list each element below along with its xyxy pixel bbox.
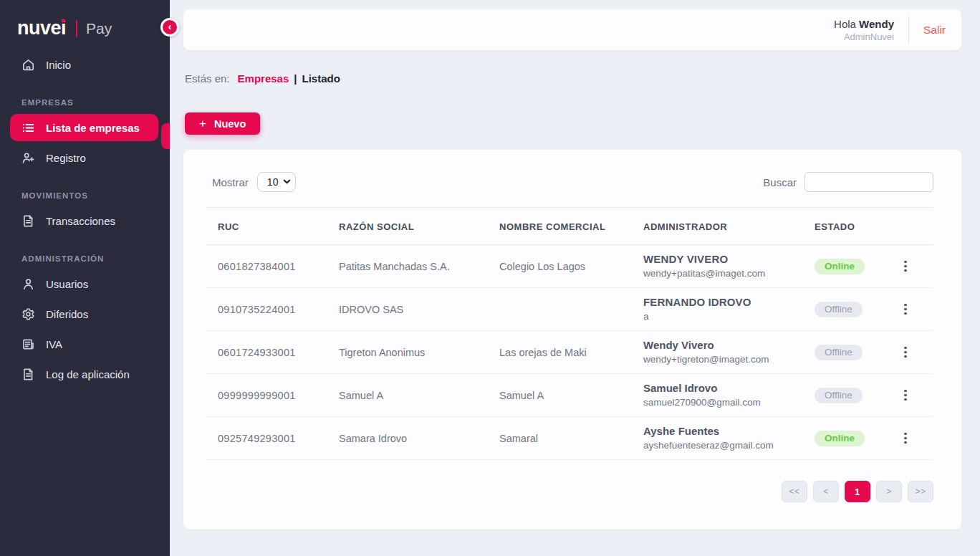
page-size-select[interactable]: 10 <box>257 172 296 192</box>
header-divider <box>908 16 909 44</box>
cell-actions <box>888 245 933 288</box>
brand-name-text: nuvei <box>17 17 66 39</box>
show-label: Mostrar <box>212 176 249 188</box>
admin-email: wendy+patitas@imaget.com <box>643 267 803 280</box>
search-input[interactable] <box>804 172 933 192</box>
cell-estado: Offline <box>803 331 888 374</box>
column-header: ADMINISTRADOR <box>632 208 803 245</box>
cell-administrador: Samuel Idrovosamuel270900@gmail.com <box>632 374 803 417</box>
kebab-menu-icon[interactable] <box>899 301 912 318</box>
table-row: 0999999999001Samuel ASamuel ASamuel Idro… <box>206 374 933 417</box>
search-control: Buscar <box>763 172 933 192</box>
gear-icon <box>21 307 35 321</box>
column-header: RUC <box>206 208 327 245</box>
new-button-label: Nuevo <box>214 118 246 130</box>
chevron-left-icon: ‹ <box>168 21 172 32</box>
list-icon <box>21 121 35 135</box>
cell-administrador: FERNANDO IDROVOa <box>632 288 803 331</box>
kebab-menu-icon[interactable] <box>899 387 912 404</box>
cell-administrador: Wendy Viverowendy+tigreton@imaget.com <box>632 331 803 374</box>
next-page-button[interactable]: > <box>876 481 902 502</box>
status-badge: Offline <box>815 302 863 317</box>
last-page-button[interactable]: >> <box>908 481 933 502</box>
table-controls: Mostrar 10 Buscar <box>206 172 933 192</box>
main-content: Hola Wendy AdminNuvei Salir Estás en: Em… <box>170 0 980 556</box>
table-header-row: RUCRAZÓN SOCIALNOMBRE COMERCIALADMINISTR… <box>206 208 933 245</box>
sidebar-item-diferidos[interactable]: Diferidos <box>10 300 158 327</box>
person-icon <box>21 277 35 291</box>
cell-razon-social: Tigreton Anonimus <box>327 331 488 374</box>
active-item-edge-indicator <box>161 123 170 149</box>
table-row: 0925749293001Samara IdrovoSamaralAyshe F… <box>206 417 933 460</box>
sidebar: nuvei Pay ‹ InicioEMPRESASLista de empre… <box>0 0 170 556</box>
sidebar-item-label: Usuarios <box>46 278 88 290</box>
cell-ruc: 0601827384001 <box>206 245 327 288</box>
cell-nombre-comercial: Samaral <box>488 417 632 460</box>
cell-razon-social: Samuel A <box>327 374 488 417</box>
breadcrumb-empresas-link[interactable]: Empresas <box>238 72 289 85</box>
column-header: NOMBRE COMERCIAL <box>488 208 632 245</box>
sidebar-item-transacciones[interactable]: Transacciones <box>10 207 158 234</box>
kebab-menu-icon[interactable] <box>899 258 912 275</box>
sidebar-item-usuarios[interactable]: Usuarios <box>10 270 158 297</box>
sidebar-collapse-button[interactable]: ‹ <box>160 18 179 37</box>
page-size-select-wrap: 10 <box>257 172 296 192</box>
cell-actions <box>888 288 933 331</box>
sidebar-item-iva[interactable]: IVA <box>10 330 158 358</box>
table-row: 0910735224001IDROVO SASFERNANDO IDROVOaO… <box>206 288 933 331</box>
admin-name: Wendy Vivero <box>643 338 803 353</box>
page-1-button[interactable]: 1 <box>845 481 870 502</box>
breadcrumb-separator: | <box>294 72 297 85</box>
user-role: AdminNuvei <box>834 31 894 43</box>
cell-ruc: 0925749293001 <box>206 417 327 460</box>
companies-table-card: Mostrar 10 Buscar <box>183 150 961 529</box>
cell-actions <box>888 417 933 460</box>
table-row: 0601724933001Tigreton AnonimusLas orejas… <box>206 331 933 374</box>
column-header-actions <box>888 208 933 245</box>
status-badge: Offline <box>815 388 863 403</box>
sidebar-item-lista-de-empresas[interactable]: Lista de empresas <box>10 114 158 141</box>
column-header: ESTADO <box>803 208 888 245</box>
plus-icon: + <box>199 118 206 130</box>
top-header-card: Hola Wendy AdminNuvei Salir <box>183 9 961 50</box>
app-window: nuvei Pay ‹ InicioEMPRESASLista de empre… <box>0 0 980 556</box>
new-company-button[interactable]: + Nuevo <box>185 112 260 135</box>
user-name: Wendy <box>859 18 894 30</box>
cell-administrador: Ayshe Fuentesayshefuenteseraz@gmail.com <box>632 417 803 460</box>
prev-page-button[interactable]: < <box>813 481 839 502</box>
sidebar-item-label: Log de aplicación <box>46 368 130 380</box>
admin-name: Ayshe Fuentes <box>643 424 803 438</box>
cell-ruc: 0910735224001 <box>206 288 327 331</box>
cell-estado: Online <box>803 417 888 460</box>
sidebar-section-label: MOVIMIENTOS <box>0 191 170 200</box>
admin-name: Samuel Idrovo <box>643 381 803 396</box>
cell-razon-social: IDROVO SAS <box>327 288 488 331</box>
page-size-control: Mostrar 10 <box>212 172 296 192</box>
sidebar-item-label: IVA <box>46 338 62 350</box>
sidebar-item-registro[interactable]: Registro <box>10 144 158 171</box>
pagination: <<<1>>> <box>206 481 933 502</box>
sidebar-item-inicio[interactable]: Inicio <box>10 51 158 78</box>
column-header: RAZÓN SOCIAL <box>327 208 488 245</box>
breadcrumb-current-page: Listado <box>302 72 340 85</box>
cell-actions <box>888 331 933 374</box>
logout-link[interactable]: Salir <box>923 24 946 37</box>
kebab-menu-icon[interactable] <box>899 344 912 361</box>
cell-estado: Online <box>803 245 888 288</box>
admin-email: samuel270900@gmail.com <box>643 396 803 409</box>
sidebar-item-log-de-aplicacion[interactable]: Log de aplicación <box>10 360 158 388</box>
document-icon <box>21 368 35 381</box>
kebab-menu-icon[interactable] <box>899 430 912 447</box>
cell-ruc: 0999999999001 <box>206 374 327 417</box>
cell-nombre-comercial: Las orejas de Maki <box>488 331 632 374</box>
breadcrumb-prefix: Estás en: <box>185 72 230 85</box>
brand-name: nuvei <box>17 19 66 38</box>
sidebar-nav: InicioEMPRESASLista de empresasRegistroM… <box>0 51 170 388</box>
greeting-prefix: Hola <box>834 18 856 30</box>
cell-estado: Offline <box>803 374 888 417</box>
first-page-button[interactable]: << <box>782 481 807 502</box>
admin-email: wendy+tigreton@imaget.com <box>643 353 803 366</box>
admin-email: ayshefuenteseraz@gmail.com <box>643 439 803 452</box>
cell-administrador: WENDY VIVEROwendy+patitas@imaget.com <box>632 245 803 288</box>
cell-ruc: 0601724933001 <box>206 331 327 374</box>
